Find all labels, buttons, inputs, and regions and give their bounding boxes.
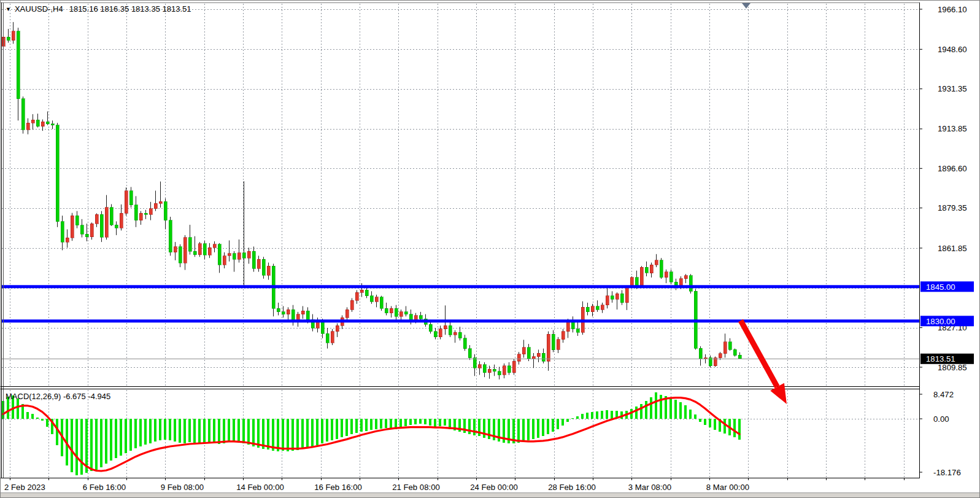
candle-body <box>129 191 133 205</box>
candle-body <box>576 329 579 333</box>
candle-body <box>61 222 64 243</box>
candle-body <box>262 259 265 275</box>
price-axis-label: 1913.85 <box>938 124 967 133</box>
macd-bar <box>404 419 407 426</box>
candle-body <box>733 349 736 355</box>
candle-body <box>90 224 93 237</box>
candle-body <box>532 357 535 359</box>
macd-bar <box>134 419 137 448</box>
candle-body <box>635 278 638 286</box>
candle-body <box>547 334 550 361</box>
candle-body <box>665 272 668 278</box>
macd-bar <box>257 419 260 448</box>
macd-bar <box>287 419 289 451</box>
candle-body <box>566 321 569 332</box>
candle-body <box>738 355 741 359</box>
macd-bar <box>291 419 294 451</box>
macd-bar <box>390 419 392 429</box>
candle-body <box>620 294 623 303</box>
macd-bar <box>90 419 93 471</box>
macd-bar <box>154 419 156 442</box>
candle-body <box>728 342 731 350</box>
candle-body <box>517 354 520 361</box>
candle-body <box>287 309 290 314</box>
macd-bar <box>26 412 29 419</box>
candle-body <box>557 340 560 350</box>
candle-body <box>360 290 363 292</box>
candle-body <box>606 296 609 305</box>
candle-body <box>257 259 260 268</box>
macd-bar <box>704 419 706 425</box>
chart-title-bar: ▼XAUUSD-,H41815.16 1816.35 1813.35 1813.… <box>6 4 191 14</box>
macd-bar <box>429 419 431 426</box>
macd-bar <box>738 419 741 440</box>
candle-body <box>507 366 511 373</box>
macd-bar <box>56 419 58 445</box>
candle-body <box>444 325 447 329</box>
candle-body <box>115 225 118 228</box>
macd-bar <box>144 419 147 445</box>
level-price-badge-text: 1845.00 <box>926 282 955 292</box>
macd-bar <box>36 418 39 419</box>
macd-bar <box>439 419 441 426</box>
candle-body <box>183 238 187 263</box>
level-line[interactable] <box>2 319 919 322</box>
candle-body <box>453 332 457 335</box>
macd-axis-label: -18.176 <box>933 468 961 477</box>
time-axis-label: 2 Feb 2023 <box>4 483 45 492</box>
candle-body <box>198 244 201 255</box>
candle-body <box>463 338 466 349</box>
macd-bar <box>296 419 299 450</box>
window-bottom-edge <box>1 492 979 497</box>
macd-bar <box>120 419 122 456</box>
macd-bar <box>399 419 402 427</box>
candle-body <box>615 294 619 299</box>
candle-body <box>537 353 540 357</box>
candle-body <box>7 37 10 41</box>
macd-bar <box>198 419 201 444</box>
candle-body <box>193 251 196 254</box>
candle-body <box>586 307 589 312</box>
level-price-badge-text: 1830.00 <box>926 317 955 326</box>
candle-body <box>380 297 383 309</box>
candle-body <box>159 201 162 203</box>
candle-body <box>399 312 403 317</box>
macd-bar <box>282 419 284 451</box>
macd-bar <box>262 419 264 449</box>
time-axis-label: 21 Feb 08:00 <box>392 483 440 492</box>
macd-bar <box>473 419 476 435</box>
candle-body <box>336 325 339 331</box>
candle-body <box>483 365 486 373</box>
level-line[interactable] <box>2 285 919 288</box>
candle-body <box>282 312 285 314</box>
macd-bar <box>547 419 549 434</box>
candle-body <box>71 216 74 238</box>
macd-bar <box>365 419 368 431</box>
candle-body <box>188 238 191 252</box>
price-axis-label: 1931.35 <box>938 84 967 93</box>
macd-bar <box>242 419 245 443</box>
macd-bar <box>345 419 348 436</box>
candle-body <box>149 209 152 215</box>
candle-body <box>56 125 59 222</box>
candle-body <box>503 366 506 375</box>
candle-body <box>95 214 98 224</box>
macd-bar <box>689 410 692 419</box>
bid-price-badge-text: 1813.51 <box>926 354 955 364</box>
candle-body <box>449 325 452 335</box>
candle-body <box>125 191 128 214</box>
macd-bar <box>586 413 588 419</box>
symbol-dropdown-icon[interactable]: ▼ <box>6 6 11 12</box>
macd-bar <box>679 402 682 419</box>
macd-bar <box>571 418 574 419</box>
price-chart-canvas[interactable]: 1966.101948.601931.351913.851896.601879.… <box>1 1 980 498</box>
macd-bar <box>434 419 436 427</box>
macd-bar <box>370 419 372 430</box>
macd-bar <box>149 419 152 443</box>
candle-body <box>561 332 565 340</box>
candle-body <box>105 208 108 238</box>
candle-body <box>41 122 44 126</box>
time-axis-label: 28 Feb 16:00 <box>548 483 596 492</box>
macd-bar <box>650 397 652 419</box>
time-axis-label: 8 Mar 00:00 <box>706 483 749 492</box>
